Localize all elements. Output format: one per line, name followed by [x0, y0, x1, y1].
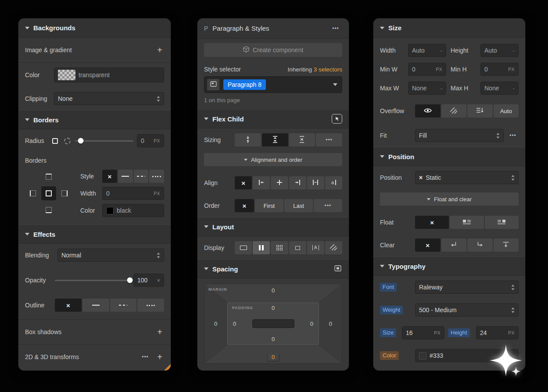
transparent-swatch-icon[interactable]: [58, 70, 75, 80]
align-end-button[interactable]: [289, 176, 306, 189]
sizing-shrink-button[interactable]: [235, 133, 261, 146]
padding-left-value[interactable]: 0: [233, 321, 236, 327]
border-side-bottom-button[interactable]: [41, 203, 56, 217]
box-model-button[interactable]: [333, 264, 342, 273]
display-inline-block-button[interactable]: [289, 241, 306, 254]
display-block-button[interactable]: [235, 241, 252, 254]
align-start-button[interactable]: [253, 176, 270, 189]
select-parent-button[interactable]: [332, 114, 342, 124]
margin-bottom-value[interactable]: 0: [268, 353, 279, 361]
height-input[interactable]: Auto-: [480, 44, 519, 57]
float-left-button[interactable]: [450, 216, 484, 229]
border-style-solid-button[interactable]: [118, 170, 133, 183]
line-height-input[interactable]: 24PX: [476, 326, 519, 339]
min-h-input[interactable]: 0PX: [480, 63, 519, 76]
max-h-input[interactable]: None-: [480, 82, 519, 95]
order-more-button[interactable]: •••: [314, 199, 342, 212]
float-none-button[interactable]: ×: [415, 216, 449, 229]
sizing-fixed-button[interactable]: [289, 133, 315, 146]
add-image-gradient-button[interactable]: +: [155, 46, 164, 54]
border-side-left-button[interactable]: [25, 186, 40, 200]
padding-right-value[interactable]: 0: [310, 321, 313, 327]
border-side-all-button[interactable]: [41, 186, 56, 200]
outline-none-button[interactable]: ×: [55, 299, 82, 312]
align-center-button[interactable]: [271, 176, 288, 189]
padding-bottom-value[interactable]: 0: [272, 336, 275, 342]
order-last-button[interactable]: Last: [284, 199, 313, 212]
font-label[interactable]: Font: [380, 283, 397, 292]
margin-top-value[interactable]: 0: [272, 287, 275, 294]
section-header-position[interactable]: Position: [373, 147, 525, 166]
blending-select[interactable]: Normal: [57, 249, 164, 262]
slider-thumb[interactable]: [78, 138, 84, 144]
overflow-auto-button[interactable]: Auto: [494, 104, 519, 118]
selector-panel-button[interactable]: [207, 79, 219, 90]
clear-both-button[interactable]: [494, 239, 519, 252]
max-w-input[interactable]: None-: [408, 82, 446, 95]
weight-label[interactable]: Weight: [380, 306, 403, 314]
style-selector-input[interactable]: Paragraph 8: [204, 76, 342, 93]
order-auto-button[interactable]: ×: [235, 199, 254, 212]
width-input[interactable]: Auto-: [408, 44, 446, 57]
float-right-button[interactable]: [485, 216, 519, 229]
radius-all-corners-button[interactable]: [50, 136, 59, 145]
position-select[interactable]: × Static: [415, 171, 519, 184]
background-color-input[interactable]: transparent: [54, 68, 164, 82]
clear-right-button[interactable]: [467, 239, 493, 252]
clear-left-button[interactable]: [441, 239, 467, 252]
add-box-shadow-button[interactable]: +: [155, 328, 164, 336]
spacing-control[interactable]: MARGIN 0 0 0 0 PADDING 0 0 0 0: [204, 284, 342, 363]
overflow-visible-button[interactable]: [415, 104, 441, 118]
chevron-down-icon[interactable]: [333, 83, 337, 86]
text-color-label[interactable]: Color: [380, 351, 399, 360]
selector-pill[interactable]: Paragraph 8: [223, 79, 266, 90]
radius-individual-corners-button[interactable]: [63, 136, 72, 145]
display-flex-button[interactable]: [253, 241, 270, 254]
section-header-flex-child[interactable]: Flex Child: [197, 109, 349, 128]
outline-dotted-button[interactable]: [137, 299, 164, 312]
min-w-input[interactable]: 0PX: [408, 63, 446, 76]
section-header-typography[interactable]: Typography: [373, 257, 525, 276]
order-first-button[interactable]: First: [255, 199, 283, 212]
border-style-dashed-button[interactable]: [134, 170, 149, 183]
border-color-input[interactable]: black: [102, 204, 164, 217]
section-header-layout[interactable]: Layout: [197, 217, 349, 236]
overflow-scroll-button[interactable]: [467, 104, 493, 118]
section-header-backgrounds[interactable]: Backgrounds: [18, 18, 171, 38]
inheriting-text[interactable]: Inheriting 3 selectors: [287, 66, 342, 73]
sizing-more-button[interactable]: •••: [316, 133, 342, 146]
section-header-borders[interactable]: Borders: [18, 110, 171, 129]
section-header-size[interactable]: Size: [373, 18, 525, 38]
border-width-input[interactable]: 0 PX: [102, 187, 164, 200]
opacity-slider[interactable]: [55, 280, 130, 281]
fit-select[interactable]: Fill: [415, 129, 504, 142]
align-baseline-button[interactable]: a: [325, 176, 342, 189]
create-component-button[interactable]: Create component: [204, 43, 342, 57]
line-height-label[interactable]: Height: [448, 328, 470, 337]
border-side-right-button[interactable]: [57, 186, 72, 200]
outline-dashed-button[interactable]: [110, 299, 137, 312]
border-style-none-button[interactable]: ×: [102, 170, 117, 183]
radius-slider[interactable]: [75, 140, 133, 142]
section-header-effects[interactable]: Effects: [18, 225, 171, 244]
margin-right-value[interactable]: 0: [329, 321, 332, 327]
display-grid-button[interactable]: [271, 241, 288, 254]
overflow-hidden-button[interactable]: [441, 104, 467, 118]
black-swatch-icon[interactable]: [106, 207, 114, 214]
clipping-select[interactable]: None: [54, 92, 164, 105]
transforms-more-button[interactable]: •••: [139, 353, 152, 361]
panel-menu-button[interactable]: •••: [329, 24, 342, 33]
float-clear-toggle[interactable]: Float and clear: [380, 192, 519, 206]
radius-input[interactable]: 0 PX: [137, 134, 164, 147]
alignment-order-toggle[interactable]: Alignment and order: [204, 153, 342, 166]
align-auto-button[interactable]: ×: [235, 176, 252, 189]
fit-more-button[interactable]: •••: [507, 131, 519, 140]
color-swatch-icon[interactable]: [419, 352, 426, 360]
clear-icon[interactable]: ×: [157, 277, 160, 284]
border-style-dotted-button[interactable]: [149, 170, 164, 183]
add-transform-button[interactable]: +: [155, 353, 164, 361]
slider-thumb[interactable]: [127, 278, 133, 283]
sizing-grow-button[interactable]: [262, 133, 288, 146]
border-side-top-button[interactable]: [41, 170, 56, 184]
outline-solid-button[interactable]: [82, 299, 109, 312]
